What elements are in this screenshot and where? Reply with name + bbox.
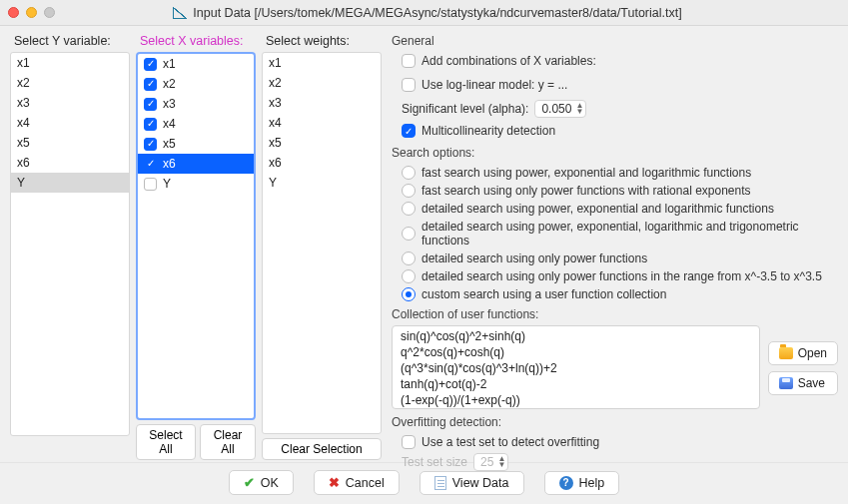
testsize-label: Test set size: [402, 455, 467, 469]
list-item[interactable]: x2: [138, 74, 254, 94]
loglinear-label: Use log-linear model: y = ...: [422, 78, 567, 92]
stepper-icon[interactable]: ▲▼: [575, 103, 583, 115]
list-item[interactable]: Y: [263, 173, 381, 193]
search-radio[interactable]: [402, 287, 416, 301]
user-functions-textarea[interactable]: sin(q)^cos(q)^2+sinh(q) q^2*cos(q)+cosh(…: [392, 325, 760, 409]
list-item[interactable]: x2: [11, 73, 129, 93]
list-item[interactable]: Y: [138, 174, 254, 194]
app-icon: [173, 7, 187, 19]
overfit-header: Overfitting detection:: [392, 415, 838, 429]
folder-icon: [779, 347, 793, 359]
checkbox-icon[interactable]: [144, 138, 157, 151]
list-item[interactable]: x6: [263, 153, 381, 173]
list-item[interactable]: x1: [138, 54, 254, 74]
list-item[interactable]: x3: [11, 93, 129, 113]
view-data-button[interactable]: View Data: [420, 471, 524, 495]
userfn-header: Collection of user functions:: [392, 307, 838, 321]
open-button[interactable]: Open: [768, 341, 838, 365]
list-item[interactable]: x1: [263, 53, 381, 73]
checkbox-icon[interactable]: [144, 58, 157, 71]
list-item[interactable]: Y: [11, 173, 129, 193]
list-item[interactable]: x4: [138, 114, 254, 134]
search-radio[interactable]: [402, 269, 416, 283]
alpha-label: Significant level (alpha):: [402, 102, 528, 116]
search-radio[interactable]: [402, 252, 416, 265]
list-item[interactable]: x3: [138, 94, 254, 114]
alpha-field[interactable]: 0.050 ▲▼: [534, 100, 586, 118]
w-header: Select weights:: [266, 34, 382, 48]
window-title-text: Input Data [/Users/tomek/MEGA/MEGAsync/s…: [193, 6, 681, 20]
window-title: Input Data [/Users/tomek/MEGA/MEGAsync/s…: [15, 6, 840, 20]
list-item[interactable]: x6: [138, 154, 254, 174]
y-listbox[interactable]: x1 x2 x3 x4 x5 x6 Y: [10, 52, 130, 436]
list-item[interactable]: x2: [263, 73, 381, 93]
clear-all-button[interactable]: Clear All: [200, 424, 256, 460]
x-listbox[interactable]: x1 x2 x3 x4 x5 x6 Y: [136, 52, 256, 420]
clear-selection-button[interactable]: Clear Selection: [262, 438, 382, 460]
ok-button[interactable]: ✔OK: [229, 470, 294, 495]
x-header: Select X variables:: [140, 34, 256, 48]
multicollinearity-checkbox[interactable]: [402, 124, 416, 138]
search-radio[interactable]: [402, 184, 416, 198]
list-item[interactable]: x6: [11, 153, 129, 173]
select-all-button[interactable]: Select All: [136, 424, 196, 460]
general-header: General: [392, 34, 838, 48]
titlebar: Input Data [/Users/tomek/MEGA/MEGAsync/s…: [0, 0, 848, 26]
checkbox-icon[interactable]: [144, 158, 157, 171]
save-icon: [779, 377, 793, 389]
checkbox-icon[interactable]: [144, 178, 157, 191]
overfit-label: Use a test set to detect overfitting: [422, 435, 599, 449]
list-item[interactable]: x5: [11, 133, 129, 153]
add-combinations-label: Add combinations of X variables:: [422, 54, 596, 68]
cross-icon: ✖: [329, 475, 340, 490]
search-radio[interactable]: [402, 166, 416, 180]
list-item[interactable]: x1: [11, 53, 129, 73]
help-icon: ?: [559, 476, 573, 490]
list-item[interactable]: x4: [11, 113, 129, 133]
multicollinearity-label: Multicollinearity detection: [422, 124, 555, 138]
y-header: Select Y variable:: [14, 34, 130, 48]
stepper-icon: ▲▼: [497, 456, 505, 468]
w-listbox[interactable]: x1 x2 x3 x4 x5 x6 Y: [262, 52, 382, 434]
save-button[interactable]: Save: [768, 371, 838, 395]
list-item[interactable]: x5: [263, 133, 381, 153]
checkbox-icon[interactable]: [144, 98, 157, 111]
add-combinations-checkbox[interactable]: [402, 54, 416, 68]
search-header: Search options:: [392, 146, 838, 160]
overfit-checkbox[interactable]: [402, 435, 416, 449]
checkbox-icon[interactable]: [144, 78, 157, 91]
help-button[interactable]: ?Help: [544, 471, 620, 495]
loglinear-checkbox[interactable]: [402, 78, 416, 92]
list-item[interactable]: x3: [263, 93, 381, 113]
check-icon: ✔: [244, 475, 255, 490]
list-item[interactable]: x4: [263, 113, 381, 133]
checkbox-icon[interactable]: [144, 118, 157, 131]
document-icon: [434, 476, 446, 490]
list-item[interactable]: x5: [138, 134, 254, 154]
cancel-button[interactable]: ✖Cancel: [314, 470, 400, 495]
search-radio[interactable]: [402, 227, 416, 241]
search-radio[interactable]: [402, 202, 416, 216]
testsize-field: 25 ▲▼: [473, 453, 508, 471]
